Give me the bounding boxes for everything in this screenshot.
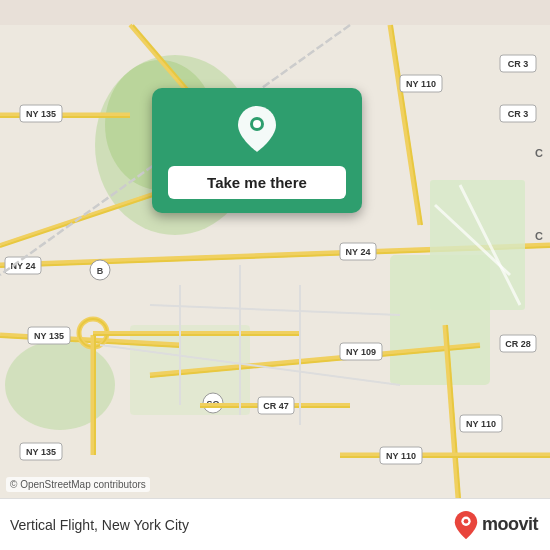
svg-point-4 — [5, 340, 115, 430]
svg-point-74 — [253, 120, 261, 128]
svg-text:CR 3: CR 3 — [508, 59, 529, 69]
location-pin-icon — [238, 106, 276, 156]
bottom-bar: Vertical Flight, New York City moovit — [0, 498, 550, 550]
moovit-brand-name: moovit — [482, 514, 538, 535]
svg-text:NY 110: NY 110 — [386, 451, 416, 461]
location-text: Vertical Flight, New York City — [10, 517, 189, 533]
svg-text:CR 3: CR 3 — [508, 109, 529, 119]
svg-text:NY 109: NY 109 — [346, 347, 376, 357]
svg-text:C: C — [535, 147, 543, 159]
moovit-logo: moovit — [454, 511, 538, 539]
popup-card: Take me there — [152, 88, 362, 213]
svg-text:NY 135: NY 135 — [26, 447, 56, 457]
svg-text:NY 135: NY 135 — [26, 109, 56, 119]
svg-text:CR 28: CR 28 — [505, 339, 531, 349]
take-me-there-button[interactable]: Take me there — [168, 166, 346, 199]
svg-text:NY 110: NY 110 — [406, 79, 436, 89]
map-container: NY 135 NY 110 CR 3 CR 3 NY 24 NY 24 NY 1… — [0, 0, 550, 550]
svg-text:B: B — [97, 266, 104, 276]
moovit-pin-icon — [454, 511, 478, 539]
svg-text:C: C — [535, 230, 543, 242]
svg-text:CR 47: CR 47 — [263, 401, 289, 411]
osm-attribution: © OpenStreetMap contributors — [6, 477, 150, 492]
svg-text:NY 135: NY 135 — [34, 331, 64, 341]
svg-text:NY 24: NY 24 — [346, 247, 371, 257]
map-background: NY 135 NY 110 CR 3 CR 3 NY 24 NY 24 NY 1… — [0, 0, 550, 550]
svg-text:NY 110: NY 110 — [466, 419, 496, 429]
svg-point-76 — [464, 518, 469, 523]
